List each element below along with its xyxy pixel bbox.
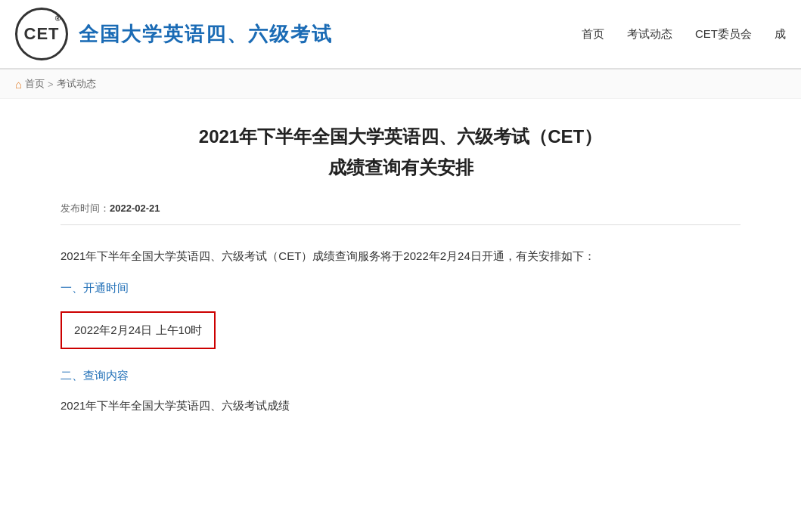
logo-area: CET ® 全国大学英语四、六级考试 [15, 8, 333, 60]
article-title-line2: 成绩查询有关安排 [61, 153, 740, 184]
article-title-line1: 2021年下半年全国大学英语四、六级考试（CET） [61, 122, 740, 153]
main-content: 2021年下半年全国大学英语四、六级考试（CET） 成绩查询有关安排 发布时间：… [0, 99, 801, 446]
publish-info: 发布时间：2022-02-21 [61, 202, 740, 225]
nav-more[interactable]: 成 [775, 27, 786, 42]
section2-title: 二、查询内容 [61, 364, 740, 387]
publish-prefix: 发布时间： [61, 203, 110, 214]
section1-title: 一、开通时间 [61, 277, 740, 299]
home-icon: ⌂ [15, 78, 22, 91]
section2-content: 2021年下半年全国大学英语四、六级考试成绩 [61, 394, 740, 417]
breadcrumb-home-link[interactable]: 首页 [25, 77, 45, 91]
logo-icon: CET ® [15, 8, 68, 60]
site-title: 全国大学英语四、六级考试 [79, 21, 333, 48]
article-title: 2021年下半年全国大学英语四、六级考试（CET） 成绩查询有关安排 [61, 122, 740, 184]
logo-registered: ® [55, 14, 61, 23]
nav-committee[interactable]: CET委员会 [695, 27, 752, 42]
main-nav: 首页 考试动态 CET委员会 成 [582, 27, 786, 42]
breadcrumb-current: 考试动态 [57, 77, 96, 91]
logo-text: CET [24, 24, 60, 44]
nav-news[interactable]: 考试动态 [627, 27, 672, 42]
header: CET ® 全国大学英语四、六级考试 首页 考试动态 CET委员会 成 [0, 0, 801, 70]
section1-highlight: 2022年2月24日 上午10时 [61, 311, 216, 349]
breadcrumb-separator: > [48, 79, 54, 90]
nav-home[interactable]: 首页 [582, 27, 604, 42]
article-intro: 2021年下半年全国大学英语四、六级考试（CET）成绩查询服务将于2022年2月… [61, 245, 740, 268]
publish-date: 2022-02-21 [110, 203, 160, 214]
breadcrumb: ⌂ 首页 > 考试动态 [0, 70, 801, 99]
article-body: 2021年下半年全国大学英语四、六级考试（CET）成绩查询服务将于2022年2月… [61, 233, 740, 417]
